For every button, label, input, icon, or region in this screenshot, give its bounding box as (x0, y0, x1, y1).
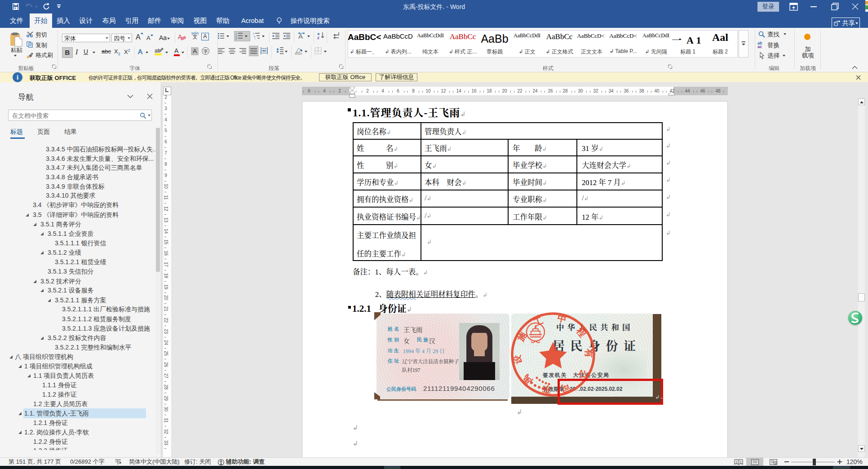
svg-text:施: 施 (515, 330, 529, 343)
svg-text:A: A (317, 32, 320, 36)
svg-text:有: 有 (584, 348, 594, 358)
svg-text:i: i (255, 37, 255, 40)
svg-text:Z: Z (317, 36, 319, 40)
svg-text:设: 设 (512, 354, 523, 365)
svg-text:中: 中 (556, 313, 567, 324)
svg-text:程: 程 (575, 325, 588, 339)
svg-text:禹: 禹 (521, 373, 534, 386)
svg-text:3: 3 (235, 37, 237, 40)
